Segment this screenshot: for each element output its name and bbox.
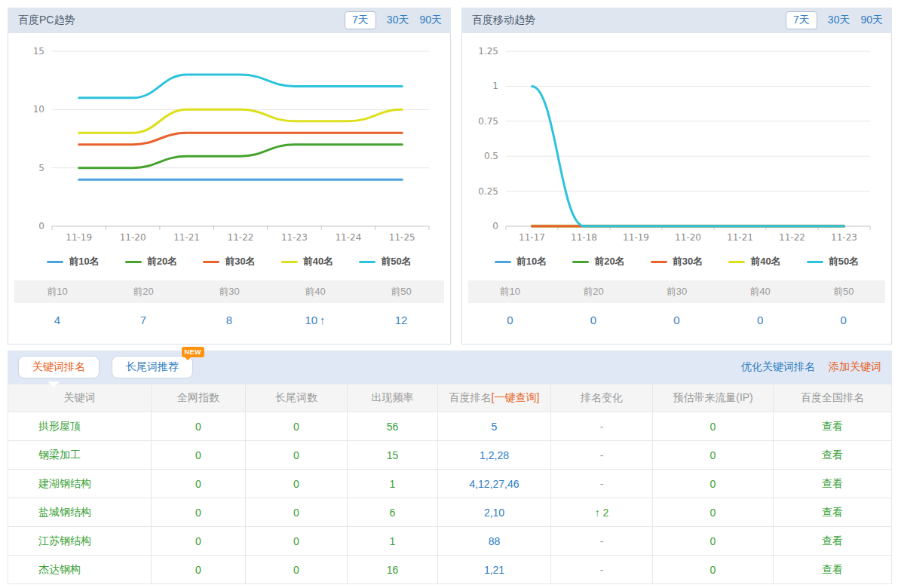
index-cell: 0 — [152, 470, 246, 498]
legend-line-swatch — [807, 261, 823, 263]
summary-header: 前10 — [14, 285, 100, 299]
dashboard-page: 百度PC趋势 7天 30天 90天 05101511-1911-2011-211… — [0, 0, 898, 588]
one-click-query-link[interactable]: [一键查询] — [492, 391, 540, 403]
optimize-keywords-link[interactable]: 优化关键词排名 — [741, 360, 815, 374]
frequency-cell: 1 — [348, 470, 438, 498]
pc-trend-body: 05101511-1911-2011-2111-2211-2311-2411-2… — [8, 33, 451, 345]
legend-item[interactable]: 前40名 — [728, 255, 780, 268]
baidu-rank-cell: 1,2,28 — [438, 441, 551, 470]
svg-text:11-23: 11-23 — [281, 232, 308, 243]
svg-text:11-25: 11-25 — [389, 232, 415, 243]
traffic-cell: 0 — [653, 441, 774, 470]
mobile-range-tabs: 7天 30天 90天 — [786, 11, 883, 29]
svg-text:11-19: 11-19 — [623, 232, 649, 243]
keyword-cell: 建湖钢结构 — [8, 470, 152, 498]
view-link[interactable]: 查看 — [822, 506, 843, 518]
mobile-trend-chart: 00.250.50.7511.2511-1711-1811-1911-2011-… — [462, 41, 890, 250]
legend-label: 前30名 — [225, 255, 255, 268]
legend-item[interactable]: 前10名 — [47, 255, 99, 268]
rank-change-cell: ↑ 2 — [551, 498, 653, 527]
view-link[interactable]: 查看 — [822, 449, 843, 461]
summary-header: 前20 — [100, 285, 186, 299]
table-row: 建湖钢结构0014,12,27,46-0查看 — [8, 470, 892, 498]
view-link[interactable]: 查看 — [822, 477, 843, 489]
legend-item[interactable]: 前50名 — [807, 255, 859, 268]
no-change-dash: - — [600, 449, 604, 461]
mobile-trend-header: 百度移动趋势 7天 30天 90天 — [461, 8, 892, 33]
mobile-tab-90d[interactable]: 90天 — [860, 14, 883, 27]
summary-header: 前40 — [272, 285, 358, 299]
column-header: 排名变化 — [551, 384, 653, 412]
summary-value: 0 — [552, 314, 636, 326]
traffic-cell: 0 — [653, 498, 774, 527]
table-row: 江苏钢结构00188-0查看 — [8, 527, 892, 556]
legend-label: 前50名 — [381, 255, 411, 268]
legend-label: 前40名 — [750, 255, 780, 268]
svg-text:0.75: 0.75 — [478, 116, 498, 127]
longtail-count-cell: 0 — [246, 412, 348, 441]
baidu-rank-link[interactable]: 5 — [492, 421, 498, 433]
legend-item[interactable]: 前20名 — [125, 255, 177, 268]
pc-trend-chart: 05101511-1911-2011-2111-2211-2311-2411-2… — [8, 41, 449, 250]
national-rank-cell: 查看 — [774, 441, 892, 470]
svg-text:11-18: 11-18 — [571, 232, 597, 243]
summary-header: 前50 — [801, 285, 885, 299]
baidu-rank-cell: 5 — [438, 412, 551, 441]
legend-item[interactable]: 前20名 — [572, 255, 624, 268]
mobile-tab-7d[interactable]: 7天 — [786, 11, 817, 29]
pc-range-tabs: 7天 30天 90天 — [345, 11, 442, 29]
summary-header: 前50 — [358, 285, 444, 299]
tab-keyword-rank-label: 关键词排名 — [32, 360, 85, 372]
frequency-cell: 1 — [348, 527, 438, 556]
pc-tab-30d[interactable]: 30天 — [387, 14, 409, 27]
svg-text:0: 0 — [492, 221, 498, 231]
svg-text:15: 15 — [33, 46, 44, 57]
add-keyword-link[interactable]: 添加关键词 — [829, 360, 881, 374]
longtail-count-cell: 0 — [246, 470, 348, 498]
mobile-trend-panel: 百度移动趋势 7天 30天 90天 00.250.50.7511.2511-17… — [461, 8, 892, 345]
pc-tab-7d[interactable]: 7天 — [345, 11, 376, 29]
legend-label: 前20名 — [147, 255, 177, 268]
summary-header: 前20 — [552, 285, 636, 299]
column-header: 长尾词数 — [246, 384, 348, 412]
baidu-rank-link[interactable]: 4,12,27,46 — [469, 478, 519, 490]
traffic-cell: 0 — [653, 527, 774, 556]
tab-longtail-suggest[interactable]: 长尾词推荐 NEW — [112, 356, 193, 378]
view-link[interactable]: 查看 — [822, 563, 843, 575]
legend-item[interactable]: 前30名 — [203, 255, 255, 268]
no-change-dash: - — [600, 478, 604, 490]
legend-line-swatch — [47, 261, 63, 263]
column-header: 百度排名[一键查询] — [438, 384, 551, 412]
pc-summary-headers: 前10前20前30前40前50 — [14, 280, 444, 303]
summary-header: 前30 — [186, 285, 272, 299]
svg-text:11-19: 11-19 — [66, 232, 92, 243]
legend-item[interactable]: 前40名 — [281, 255, 333, 268]
svg-text:11-22: 11-22 — [779, 232, 805, 243]
no-change-dash: - — [600, 535, 604, 547]
frequency-cell: 6 — [348, 498, 438, 527]
baidu-rank-link[interactable]: 88 — [489, 535, 501, 547]
summary-value: 10↑ — [272, 314, 358, 326]
legend-item[interactable]: 前50名 — [359, 255, 411, 268]
mobile-tab-30d[interactable]: 30天 — [828, 14, 850, 27]
baidu-rank-link[interactable]: 1,2,28 — [480, 449, 509, 461]
legend-item[interactable]: 前30名 — [651, 255, 703, 268]
pc-tab-90d[interactable]: 90天 — [419, 14, 442, 27]
table-row: 钢梁加工00151,2,28-0查看 — [8, 441, 892, 470]
view-link[interactable]: 查看 — [822, 534, 843, 547]
svg-text:11-21: 11-21 — [727, 232, 753, 243]
summary-value: 7 — [100, 314, 186, 326]
svg-text:11-20: 11-20 — [675, 232, 701, 243]
baidu-rank-link[interactable]: 2,10 — [484, 507, 504, 519]
view-link[interactable]: 查看 — [822, 420, 843, 432]
tab-keyword-rank[interactable]: 关键词排名 — [18, 356, 100, 378]
mobile-summary-headers: 前10前20前30前40前50 — [468, 280, 885, 303]
mobile-trend-title: 百度移动趋势 — [472, 14, 535, 27]
baidu-rank-cell: 4,12,27,46 — [438, 470, 551, 498]
legend-item[interactable]: 前10名 — [495, 255, 547, 268]
baidu-rank-link[interactable]: 1,21 — [484, 564, 504, 576]
summary-value: 0 — [801, 314, 885, 326]
summary-value: 0 — [635, 314, 719, 326]
rank-change-cell: - — [551, 527, 653, 556]
svg-text:5: 5 — [38, 163, 44, 173]
